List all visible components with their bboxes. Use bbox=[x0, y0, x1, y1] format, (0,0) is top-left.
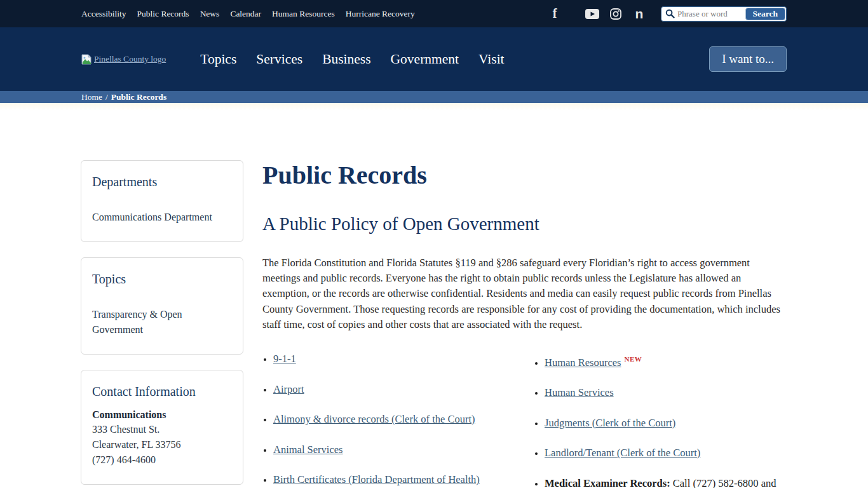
nextdoor-icon[interactable]: n bbox=[632, 6, 647, 22]
nav-item-business[interactable]: Business bbox=[322, 51, 370, 67]
broken-image-icon bbox=[81, 54, 92, 65]
topbar-link-public-records[interactable]: Public Records bbox=[137, 9, 189, 19]
contact-department: Communications bbox=[92, 409, 232, 421]
list-item: Landlord/Tenant (Clerk of the Court) bbox=[545, 445, 788, 461]
departments-card: Departments Communications Department bbox=[81, 160, 243, 242]
breadcrumb-current: Public Records bbox=[111, 92, 166, 102]
list-item: Alimony & divorce records (Clerk of the … bbox=[273, 412, 534, 427]
topbar-link-accessibility[interactable]: Accessibility bbox=[81, 9, 126, 19]
site-logo-broken-image[interactable]: Pinellas County logo bbox=[81, 54, 166, 65]
page-content: Departments Communications Department To… bbox=[0, 111, 868, 488]
topbar-link-human-resources[interactable]: Human Resources bbox=[272, 9, 335, 19]
nav-item-government[interactable]: Government bbox=[391, 51, 459, 67]
departments-card-title: Departments bbox=[92, 175, 232, 189]
contact-phone: (727) 464-4600 bbox=[92, 452, 232, 468]
topbar-links: AccessibilityPublic RecordsNewsCalendarH… bbox=[81, 9, 415, 19]
record-link-judgments-clerk-of-the-court-[interactable]: Judgments (Clerk of the Court) bbox=[545, 417, 675, 429]
top-utility-bar: AccessibilityPublic RecordsNewsCalendarH… bbox=[0, 0, 868, 27]
topics-card-title: Topics bbox=[92, 272, 232, 287]
search-button[interactable]: Search bbox=[745, 8, 786, 20]
list-item: 9-1-1 bbox=[273, 351, 534, 367]
breadcrumb-home-link[interactable]: Home bbox=[81, 92, 102, 102]
new-badge: NEW bbox=[625, 355, 642, 363]
record-link-human-resources[interactable]: Human Resources bbox=[545, 356, 621, 369]
main-header: Pinellas County logo TopicsServicesBusin… bbox=[0, 27, 868, 91]
list-item: Human Services bbox=[545, 385, 788, 400]
nav-item-visit[interactable]: Visit bbox=[478, 51, 505, 67]
record-link-animal-services[interactable]: Animal Services bbox=[273, 444, 343, 456]
record-link-birth-certificates-florida-department-of-health-[interactable]: Birth Certificates (Florida Department o… bbox=[273, 473, 480, 485]
page-title: Public Records bbox=[262, 160, 788, 190]
youtube-icon[interactable] bbox=[585, 6, 600, 22]
list-item: Airport bbox=[273, 382, 534, 397]
sidebar-link-transparency-open-government[interactable]: Transparency & Open Government bbox=[92, 307, 232, 337]
record-link-landlord-tenant-clerk-of-the-court-[interactable]: Landlord/Tenant (Clerk of the Court) bbox=[545, 447, 700, 459]
sidebar-link-communications-department[interactable]: Communications Department bbox=[92, 210, 232, 225]
contact-card: Contact Information Communications 333 C… bbox=[81, 370, 243, 485]
social-icons: f n bbox=[547, 6, 647, 22]
main-column: Public Records A Public Policy of Open G… bbox=[262, 160, 788, 488]
record-link-alimony-divorce-records-clerk-of-the-court-[interactable]: Alimony & divorce records (Clerk of the … bbox=[273, 413, 475, 425]
instagram-icon[interactable] bbox=[608, 6, 623, 22]
contact-card-title: Contact Information bbox=[92, 384, 232, 399]
topbar-link-news[interactable]: News bbox=[200, 9, 220, 19]
list-item: Judgments (Clerk of the Court) bbox=[545, 416, 788, 431]
topics-card-links: Transparency & Open Government bbox=[92, 307, 232, 337]
list-item: Animal Services bbox=[273, 442, 534, 458]
sidebar: Departments Communications Department To… bbox=[81, 160, 243, 488]
topbar-link-calendar[interactable]: Calendar bbox=[230, 9, 261, 19]
i-want-to-button[interactable]: I want to... bbox=[709, 46, 787, 72]
search-icon bbox=[665, 9, 675, 18]
record-link-airport[interactable]: Airport bbox=[273, 383, 304, 395]
primary-nav: TopicsServicesBusinessGovernmentVisit bbox=[200, 51, 504, 67]
departments-card-links: Communications Department bbox=[92, 210, 232, 225]
list-item: Medical Examiner Records: Call (727) 582… bbox=[545, 476, 788, 488]
section-subtitle: A Public Policy of Open Government bbox=[262, 214, 788, 234]
intro-paragraph: The Florida Constitution and Florida Sta… bbox=[262, 255, 788, 332]
facebook-icon[interactable]: f bbox=[547, 6, 562, 22]
site-search: Search bbox=[661, 6, 787, 22]
search-input[interactable] bbox=[675, 9, 745, 19]
breadcrumb: Home / Public Records bbox=[0, 91, 868, 103]
breadcrumb-separator: / bbox=[105, 92, 108, 102]
list-item: Human ResourcesNEW bbox=[545, 351, 788, 370]
nav-item-topics[interactable]: Topics bbox=[200, 51, 236, 67]
record-link-human-services[interactable]: Human Services bbox=[545, 386, 614, 398]
records-list-right: Human ResourcesNEWHuman ServicesJudgment… bbox=[534, 351, 788, 488]
topics-card: Topics Transparency & Open Government bbox=[81, 257, 243, 355]
nav-item-services[interactable]: Services bbox=[256, 51, 302, 67]
records-list-left: 9-1-1AirportAlimony & divorce records (C… bbox=[262, 351, 534, 488]
header-divider-strip bbox=[0, 103, 868, 111]
records-link-lists: 9-1-1AirportAlimony & divorce records (C… bbox=[262, 351, 788, 488]
logo-alt-text: Pinellas County logo bbox=[94, 54, 166, 64]
list-item: Birth Certificates (Florida Department o… bbox=[273, 472, 534, 487]
topbar-link-hurricane-recovery[interactable]: Hurricane Recovery bbox=[346, 9, 415, 19]
record-link-9-1-1[interactable]: 9-1-1 bbox=[273, 353, 296, 365]
contact-address-line1: 333 Chestnut St. bbox=[92, 422, 232, 437]
list-item-bold-label: Medical Examiner Records: bbox=[545, 477, 670, 488]
contact-address-line2: Clearwater, FL 33756 bbox=[92, 437, 232, 452]
